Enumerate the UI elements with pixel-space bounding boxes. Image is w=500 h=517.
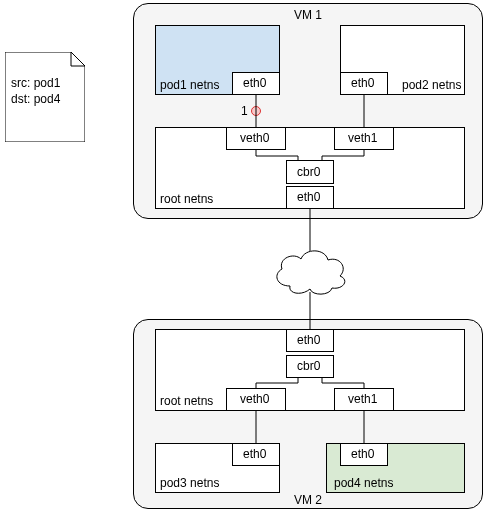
connectors bbox=[0, 0, 500, 517]
diagram-canvas: src: pod1 dst: pod4 VM 1 root netns pod1… bbox=[0, 0, 500, 517]
